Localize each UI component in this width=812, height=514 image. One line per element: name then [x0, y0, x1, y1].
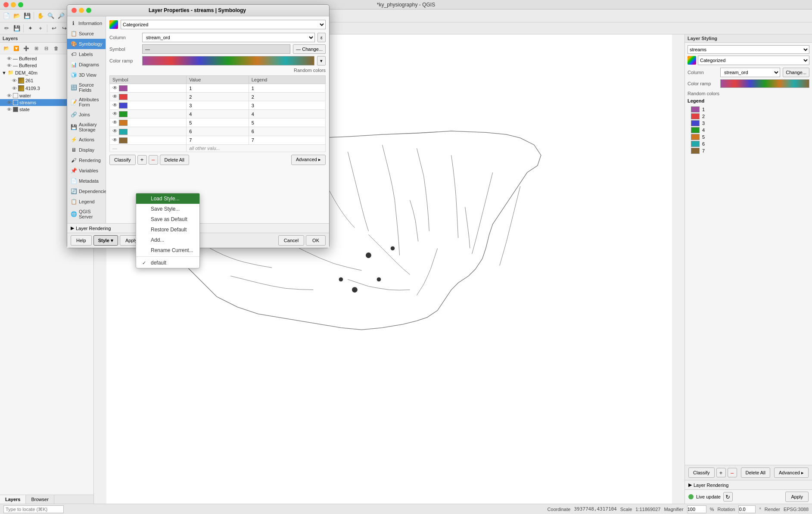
sidebar-item-attributes-form[interactable]: 📝 Attributes Form: [67, 95, 106, 109]
ok-btn[interactable]: OK: [306, 235, 326, 246]
row-eye-4[interactable]: 👁: [112, 111, 118, 117]
add-group-icon[interactable]: ➕: [22, 44, 31, 53]
tab-browser[interactable]: Browser: [26, 495, 54, 504]
save-project-icon[interactable]: 💾: [22, 11, 32, 21]
row-eye-3[interactable]: 👁: [112, 102, 118, 108]
filter-layer-icon[interactable]: 🔽: [12, 44, 21, 53]
table-row[interactable]: 👁 5 5: [110, 118, 326, 127]
right-apply-btn[interactable]: Apply: [785, 492, 809, 502]
sidebar-item-auxiliary[interactable]: 💾 Auxiliary Storage: [67, 120, 106, 134]
menu-item-save-style[interactable]: Save Style...: [136, 204, 199, 214]
zoom-out-icon[interactable]: 🔎: [56, 11, 66, 21]
visibility-eye[interactable]: 👁: [7, 56, 12, 61]
symbology-type-select[interactable]: Categorized: [121, 20, 326, 29]
right-advanced-btn[interactable]: Advanced ▸: [774, 467, 809, 478]
sidebar-item-legend[interactable]: 📋 Legend: [67, 196, 106, 207]
right-remove-btn[interactable]: –: [728, 468, 737, 477]
help-btn[interactable]: Help: [71, 235, 92, 246]
sidebar-item-dependencies[interactable]: 🔄 Dependencies: [67, 186, 106, 196]
sidebar-item-symbology[interactable]: 🎨 Symbology: [67, 39, 106, 49]
all-other-row[interactable]: — all other valu...: [110, 144, 326, 152]
table-row[interactable]: 👁 2 2: [110, 93, 326, 101]
collapse-all-icon[interactable]: ⊟: [41, 44, 51, 53]
right-add-btn[interactable]: +: [716, 468, 726, 477]
new-project-icon[interactable]: 📄: [2, 11, 11, 21]
dialog-max-btn[interactable]: [86, 8, 91, 13]
row-eye-5[interactable]: 👁: [112, 119, 118, 125]
sidebar-item-source-fields[interactable]: 🔢 Source Fields: [67, 80, 106, 95]
remove-class-btn[interactable]: –: [149, 155, 158, 165]
visibility-eye[interactable]: 👁: [12, 86, 17, 91]
colorramp-btn[interactable]: ▾: [317, 56, 326, 65]
menu-item-save-as-default[interactable]: Save as Default: [136, 214, 199, 224]
close-button[interactable]: [3, 2, 9, 7]
toggle-editing-icon[interactable]: ✏: [2, 24, 11, 33]
expand-all-icon[interactable]: ⊞: [31, 44, 41, 53]
colorramp-preview[interactable]: [720, 79, 809, 88]
table-row[interactable]: 👁 3 3: [110, 101, 326, 110]
add-feature-icon[interactable]: +: [36, 24, 45, 33]
dialog-close-btn[interactable]: [72, 8, 77, 13]
remove-layer-icon[interactable]: 🗑: [51, 44, 61, 53]
sidebar-item-information[interactable]: ℹ Information: [67, 18, 106, 28]
sidebar-item-qgis-server[interactable]: 🌐 QGIS Server: [67, 207, 106, 221]
add-class-btn[interactable]: +: [137, 155, 147, 165]
advanced-btn[interactable]: Advanced ▸: [291, 155, 326, 165]
layer-rendering-toggle[interactable]: ▶ Layer Rendering: [688, 482, 809, 488]
rotation-input[interactable]: [738, 505, 756, 513]
sidebar-item-source[interactable]: 📋 Source: [67, 28, 106, 39]
minimize-button[interactable]: [11, 2, 16, 7]
visibility-eye[interactable]: 👁: [12, 78, 17, 83]
right-column-select[interactable]: stream_ord: [720, 68, 780, 77]
tab-layers[interactable]: Layers: [0, 495, 26, 504]
visibility-eye[interactable]: 👁: [7, 93, 12, 98]
table-row[interactable]: 👁 7 7: [110, 136, 326, 144]
sidebar-item-variables[interactable]: 📌 Variables: [67, 165, 106, 176]
sidebar-item-actions[interactable]: ⚡ Actions: [67, 134, 106, 145]
open-layer-icon[interactable]: 📂: [2, 44, 11, 53]
pan-icon[interactable]: ✋: [36, 11, 45, 21]
sidebar-item-metadata[interactable]: 📄 Metadata: [67, 176, 106, 186]
cancel-btn[interactable]: Cancel: [278, 235, 304, 246]
locate-input[interactable]: [3, 505, 64, 513]
row-eye-6[interactable]: 👁: [112, 128, 118, 134]
right-classify-btn[interactable]: Classify: [688, 467, 715, 478]
menu-item-load-style[interactable]: Load Style...: [136, 193, 199, 204]
visibility-eye[interactable]: 👁: [7, 100, 12, 105]
table-row[interactable]: 👁 6 6: [110, 127, 326, 136]
sidebar-item-joins[interactable]: 🔗 Joins: [67, 109, 106, 120]
sidebar-item-display[interactable]: 🖥 Display: [67, 145, 106, 155]
row-eye-7[interactable]: 👁: [112, 137, 118, 143]
column-select[interactable]: stream_ord: [142, 33, 315, 42]
table-row[interactable]: 👁 4 4: [110, 110, 326, 118]
magnifier-input[interactable]: [687, 505, 706, 513]
save-layer-icon[interactable]: 💾: [12, 24, 22, 33]
visibility-eye[interactable]: 👁: [7, 107, 12, 112]
sidebar-item-rendering[interactable]: 🖌 Rendering: [67, 155, 106, 165]
sidebar-item-3dview[interactable]: 🧊 3D View: [67, 70, 106, 80]
colorramp-swatch[interactable]: [142, 56, 314, 65]
menu-item-restore-default[interactable]: Restore Default: [136, 224, 199, 235]
row-eye-1[interactable]: 👁: [112, 85, 118, 91]
menu-item-default[interactable]: ✓ default: [136, 258, 199, 268]
zoom-in-icon[interactable]: 🔍: [46, 11, 56, 21]
digitize-icon[interactable]: ✦: [25, 24, 35, 33]
collapse-icon[interactable]: ▼: [2, 70, 6, 75]
undo-icon[interactable]: ↩: [49, 24, 59, 33]
sidebar-item-diagrams[interactable]: 📊 Diagrams: [67, 59, 106, 70]
visibility-eye[interactable]: 👁: [7, 63, 12, 68]
sidebar-item-labels[interactable]: 🏷 Labels: [67, 49, 106, 59]
table-row[interactable]: 👁 1 1: [110, 84, 326, 93]
style-dropdown-btn[interactable]: Style ▾: [93, 235, 118, 246]
menu-item-add[interactable]: Add...: [136, 235, 199, 245]
row-eye-2[interactable]: 👁: [112, 93, 118, 100]
dialog-min-btn[interactable]: [79, 8, 84, 13]
column-expression-btn[interactable]: ε: [317, 33, 326, 42]
maximize-button[interactable]: [18, 2, 23, 7]
open-project-icon[interactable]: 📂: [12, 11, 22, 21]
style-dropdown-menu[interactable]: Load Style... Save Style... Save as Defa…: [136, 193, 200, 268]
right-change-btn[interactable]: Change...: [783, 68, 809, 77]
right-delete-all-btn[interactable]: Delete All: [741, 467, 770, 478]
delete-all-btn[interactable]: Delete All: [160, 155, 189, 165]
menu-item-rename-current[interactable]: Rename Current...: [136, 245, 199, 255]
